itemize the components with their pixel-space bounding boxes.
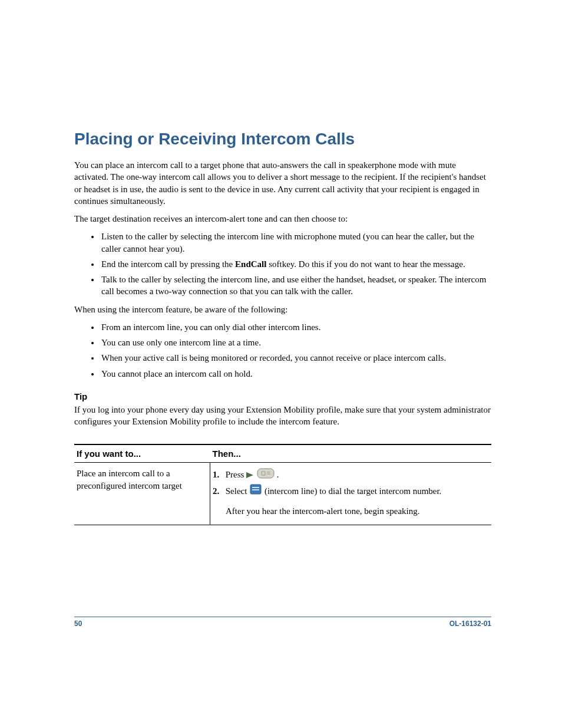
table-cell-action: Place an intercom call to a preconfigure… [74,463,210,525]
table-header-if: If you want to... [74,444,210,463]
list-item: From an intercom line, you can only dial… [100,321,491,333]
intercom-line-icon [249,483,262,500]
step-text: Select [226,486,249,496]
intro-paragraph: You can place an intercom call to a targ… [74,159,491,207]
tip-heading: Tip [74,391,491,401]
svg-rect-1 [257,469,274,478]
page-number: 50 [74,620,82,628]
svg-rect-6 [252,489,259,490]
dest-intro: The target destination receives an inter… [74,213,491,225]
text: softkey. Do this if you do not want to h… [266,259,465,269]
step-text: Press [226,470,246,479]
list-item: Talk to the caller by selecting the inte… [100,274,491,298]
table-cell-steps: 1. Press . [210,463,492,525]
list-item: End the intercom call by pressing the En… [100,258,491,270]
svg-rect-5 [252,487,259,488]
aware-intro: When using the intercom feature, be awar… [74,304,491,315]
endcall-softkey-name: EndCall [235,259,266,269]
list-item: You can use only one intercom line at a … [100,337,491,348]
step-text: (intercom line) to dial the target inter… [265,486,441,496]
step-number: 1. [213,467,223,483]
instruction-table: If you want to... Then... Place an inter… [74,444,491,525]
table-row: Place an intercom call to a preconfigure… [74,463,491,525]
document-id: OL-16132-01 [449,620,491,628]
step-note: After you hear the intercom-alert tone, … [213,504,488,519]
dest-options-list: Listen to the caller by selecting the in… [74,230,491,297]
step-text: . [277,470,279,479]
svg-marker-0 [246,472,253,478]
table-header-then: Then... [210,444,492,463]
text: End the intercom call by pressing the [101,259,235,269]
step-number: 2. [213,484,223,499]
list-item: When your active call is being monitored… [100,352,491,364]
tip-body: If you log into your phone every day usi… [74,404,491,428]
list-item: You cannot place an intercom call on hol… [100,368,491,380]
list-item: Listen to the caller by selecting the in… [100,230,491,255]
aware-list: From an intercom line, you can only dial… [74,321,491,380]
page-footer: 50 OL-16132-01 [74,617,491,628]
right-arrow-icon [246,468,254,483]
page-heading: Placing or Receiving Intercom Calls [74,130,491,149]
line-button-icon [257,468,275,484]
